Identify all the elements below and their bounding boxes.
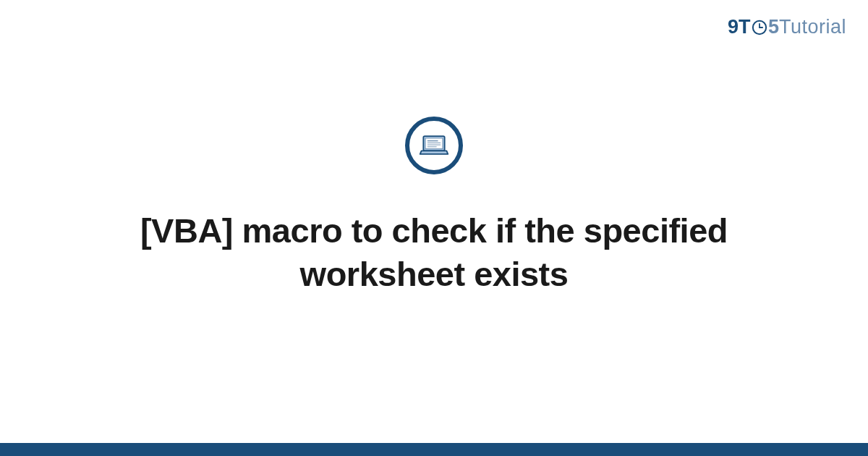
page-title: [VBA] macro to check if the specified wo… (109, 209, 760, 296)
svg-rect-4 (425, 138, 443, 149)
laptop-icon (405, 117, 463, 174)
footer-accent-bar (0, 443, 868, 456)
main-content: [VBA] macro to check if the specified wo… (0, 0, 868, 456)
